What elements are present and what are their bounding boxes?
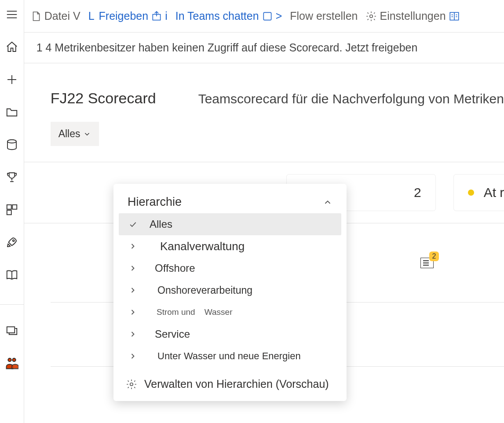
- option-label: Offshore: [155, 262, 195, 274]
- svg-rect-15: [263, 12, 271, 20]
- share-icon: [151, 11, 162, 22]
- chevron-right-icon: [124, 308, 142, 317]
- hamburger-icon[interactable]: [5, 8, 18, 21]
- notes-badge: 2: [429, 252, 439, 261]
- share-action[interactable]: L Freigeben i: [88, 10, 168, 22]
- folder-icon[interactable]: [5, 106, 18, 119]
- flow-action[interactable]: Flow erstellen: [290, 10, 358, 22]
- flow-label: Flow erstellen: [290, 10, 358, 22]
- chevron-right-icon: [124, 242, 142, 251]
- file-icon: [30, 11, 42, 22]
- check-icon: [124, 220, 142, 229]
- chevron-right-icon: [124, 286, 142, 295]
- svg-rect-6: [7, 205, 11, 209]
- manage-hierarchies-label: Verwalten von Hierarchien (Vorschau): [144, 378, 329, 390]
- database-icon[interactable]: [5, 138, 18, 151]
- manage-hierarchies-link[interactable]: Verwalten von Hierarchien (Vorschau): [117, 367, 343, 390]
- svg-point-12: [8, 358, 11, 362]
- access-warning-bar[interactable]: 1 4 Metrikenbesitzer haben keinen Zugrif…: [24, 33, 504, 63]
- teams-icon: [262, 11, 273, 22]
- option-label: Alles: [150, 218, 172, 230]
- hierarchy-option[interactable]: Offshore: [119, 257, 341, 279]
- svg-point-13: [12, 358, 16, 362]
- home-icon[interactable]: [5, 40, 18, 54]
- rail-separator: [0, 304, 24, 305]
- svg-rect-11: [7, 327, 15, 333]
- hierarchy-filter-chip[interactable]: Alles: [51, 122, 99, 146]
- svg-point-5: [7, 140, 16, 143]
- gear-icon: [365, 11, 377, 22]
- chevron-down-icon: [83, 130, 91, 138]
- option-label: Kanalverwaltung: [160, 240, 245, 253]
- file-menu[interactable]: Datei V: [30, 10, 80, 22]
- status-behind-count: 2: [414, 185, 421, 200]
- file-label: Datei V: [44, 10, 80, 22]
- chevron-right-icon: [124, 264, 142, 273]
- scorecard-header: FJ22 Scorecard Teamscorecard für die Nac…: [24, 63, 504, 146]
- trophy-icon[interactable]: [5, 171, 18, 184]
- hierarchy-option[interactable]: Onshoreverarbeitung: [119, 279, 341, 301]
- option-label: Onshoreverarbeitung: [157, 284, 252, 296]
- command-bar: Datei V L Freigeben i In Teams chatten >…: [24, 0, 504, 33]
- chevron-up-icon: [323, 197, 332, 207]
- plus-icon[interactable]: [5, 73, 18, 86]
- svg-rect-7: [12, 205, 17, 209]
- hierarchy-option[interactable]: Service: [119, 323, 341, 345]
- hierarchy-option-all[interactable]: Alles: [119, 213, 341, 235]
- svg-point-16: [370, 15, 373, 18]
- workspaces-icon[interactable]: [5, 324, 18, 337]
- reading-view-icon: [449, 11, 460, 22]
- svg-rect-8: [7, 210, 11, 215]
- share-label: Freigeben: [99, 10, 149, 22]
- nav-rail: [0, 0, 24, 423]
- warning-text: 1 4 Metrikenbesitzer haben keinen Zugrif…: [37, 41, 418, 54]
- status-atrisk-label: At ri: [484, 185, 504, 200]
- settings-label: Einstellungen: [380, 10, 446, 22]
- app-root: Datei V L Freigeben i In Teams chatten >…: [0, 0, 504, 423]
- chevron-right-icon: [124, 352, 142, 361]
- scorecard-subtitle: Teamscorecard für die Nachverfolgung von…: [198, 91, 504, 106]
- rocket-icon[interactable]: [5, 236, 18, 249]
- dot-icon: [468, 190, 474, 196]
- org-people-icon[interactable]: [5, 357, 18, 370]
- panel-title: Hierarchie: [128, 195, 182, 209]
- chevron-right-icon: [124, 330, 142, 339]
- gear-icon: [126, 379, 137, 390]
- notes-icon[interactable]: 2: [420, 258, 434, 268]
- book-icon[interactable]: [5, 268, 18, 281]
- hierarchy-option[interactable]: Strom und Wasser: [119, 301, 341, 323]
- filter-chip-label: Alles: [58, 128, 80, 140]
- hierarchy-option[interactable]: Kanalverwaltung: [119, 235, 341, 257]
- hierarchy-option[interactable]: Unter Wasser und neue Energien: [119, 345, 341, 367]
- teams-label: In Teams chatten: [175, 10, 259, 22]
- option-label: Unter Wasser und neue Energien: [157, 350, 301, 362]
- option-label: Service: [155, 328, 190, 340]
- panel-header[interactable]: Hierarchie: [117, 193, 343, 213]
- scorecard-title: FJ22 Scorecard: [51, 90, 156, 107]
- settings-action[interactable]: Einstellungen: [365, 10, 460, 22]
- teams-chat-action[interactable]: In Teams chatten >: [175, 10, 282, 22]
- hierarchy-dropdown-panel: Hierarchie Alles Kanalverwaltung Offshor…: [113, 184, 347, 401]
- option-label: Strom und Wasser: [157, 307, 232, 317]
- svg-point-9: [13, 240, 15, 241]
- apps-icon[interactable]: [5, 203, 18, 216]
- svg-point-23: [130, 383, 133, 386]
- status-pill-atrisk[interactable]: At ri: [453, 174, 504, 211]
